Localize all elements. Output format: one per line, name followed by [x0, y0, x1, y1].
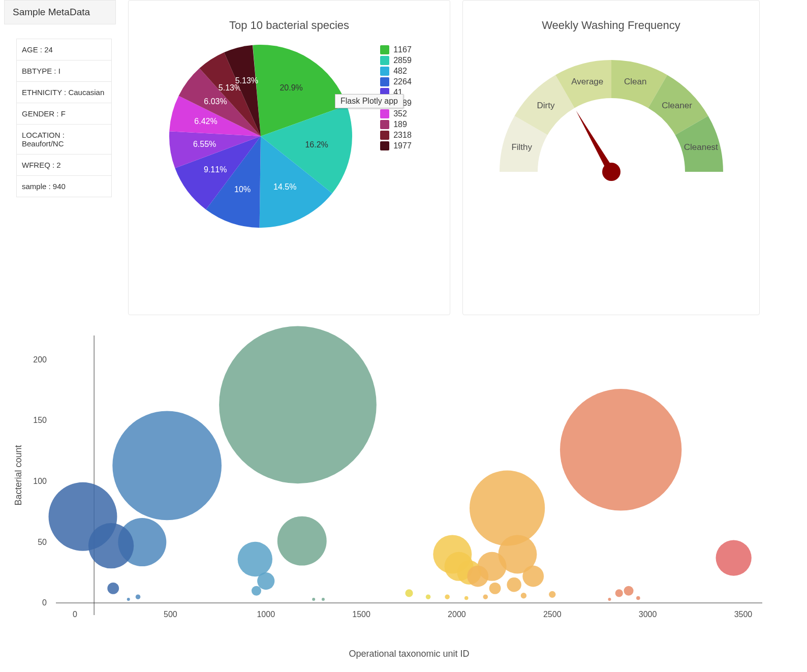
gauge-hub [602, 163, 620, 181]
gauge-band-label: Cleaner [662, 101, 692, 110]
legend-item[interactable]: 2318 [380, 131, 412, 140]
bubble-point[interactable] [405, 589, 413, 597]
metadata-item: ETHNICITY : Caucasian [17, 82, 111, 103]
legend-item[interactable]: 1977 [380, 141, 412, 150]
legend-item[interactable]: 352 [380, 109, 412, 118]
pie-chart-title: Top 10 bacterial species [135, 19, 444, 32]
legend-label: 189 [393, 120, 407, 129]
gauge-chart[interactable]: FilthyDirtyAverageCleanCleanerCleanest [479, 52, 743, 195]
pie-slice-label: 20.9% [280, 83, 303, 92]
y-tick-label: 0 [42, 598, 47, 607]
x-tick-label: 2500 [543, 610, 562, 619]
bubble-point[interactable] [624, 586, 634, 596]
legend-item[interactable]: 482 [380, 67, 412, 76]
legend-swatch [380, 45, 389, 54]
bubble-point[interactable] [107, 583, 119, 594]
y-axis-label: Bacterial count [13, 445, 23, 505]
legend-label: 2859 [393, 56, 412, 65]
bubble-point[interactable] [257, 572, 274, 590]
metadata-item: AGE : 24 [17, 39, 111, 60]
bubble-point[interactable] [489, 583, 501, 594]
y-tick-label: 100 [33, 477, 47, 485]
bubble-point[interactable] [483, 594, 488, 599]
bubble-point[interactable] [549, 591, 555, 598]
legend-item[interactable]: 2264 [380, 77, 412, 86]
bubble-point[interactable] [322, 598, 325, 601]
bubble-point[interactable] [277, 516, 327, 566]
bubble-point[interactable] [219, 326, 377, 483]
y-tick-label: 50 [38, 538, 47, 546]
bubble-point[interactable] [127, 598, 130, 601]
gauge-band-label: Cleanest [684, 142, 718, 152]
bubble-point[interactable] [522, 566, 544, 587]
pie-slice-label: 10% [234, 185, 251, 194]
legend-label: 482 [393, 67, 407, 76]
x-tick-label: 3000 [639, 610, 657, 619]
bubble-point[interactable] [560, 389, 681, 510]
bubble-point[interactable] [112, 411, 222, 521]
pie-chart[interactable]: 20.9%16.2%14.5%10%9.11%6.55%6.42%6.03%5.… [167, 37, 370, 240]
pie-slice-label: 14.5% [273, 182, 296, 191]
legend-label: 1167 [393, 45, 412, 54]
metadata-item: GENDER : F [17, 103, 111, 125]
legend-swatch [380, 131, 389, 140]
bubble-point[interactable] [238, 542, 272, 576]
gauge-band-label: Filthy [511, 142, 532, 152]
metadata-item: sample : 940 [17, 176, 111, 197]
pie-slice-label: 16.2% [305, 140, 328, 149]
metadata-item: LOCATION : Beaufort/NC [17, 125, 111, 155]
x-axis-label: Operational taxonomic unit ID [349, 649, 469, 659]
gauge-band-label: Average [571, 77, 603, 86]
pie-slice-label: 6.55% [193, 140, 216, 148]
pie-slice-label: 9.11% [204, 165, 227, 174]
legend-label: 1977 [393, 141, 412, 150]
x-tick-label: 0 [73, 610, 77, 619]
legend-swatch [380, 67, 389, 76]
legend-label: 352 [393, 109, 407, 118]
bubble-point[interactable] [136, 594, 141, 599]
legend-swatch [380, 141, 389, 150]
bubble-point[interactable] [445, 594, 450, 599]
bubble-point[interactable] [426, 594, 431, 599]
gauge-chart-card: Weekly Washing Frequency FilthyDirtyAver… [462, 0, 760, 315]
legend-item[interactable]: 1167 [380, 45, 412, 54]
bubble-point[interactable] [464, 596, 469, 600]
bubble-point[interactable] [88, 523, 134, 568]
tooltip: Flask Plotly app [335, 94, 404, 108]
bubble-point[interactable] [608, 598, 611, 601]
x-tick-label: 1000 [257, 610, 275, 619]
gauge-band-label: Clean [624, 77, 646, 86]
metadata-header: Sample MetaData [4, 0, 116, 24]
bubble-point[interactable] [716, 540, 751, 575]
metadata-item: WFREQ : 2 [17, 155, 111, 176]
bubble-point[interactable] [615, 589, 623, 597]
x-tick-label: 1500 [352, 610, 370, 619]
metadata-panel: Sample MetaData AGE : 24BBTYPE : IETHNIC… [4, 0, 116, 315]
legend-swatch [380, 56, 389, 65]
bubble-point[interactable] [636, 596, 640, 600]
metadata-list: AGE : 24BBTYPE : IETHNICITY : CaucasianG… [16, 39, 112, 197]
bubble-point[interactable] [312, 598, 315, 601]
bubble-point[interactable] [507, 577, 521, 592]
bubble-chart[interactable]: 0500100015002000250030003500050100150200… [10, 320, 793, 666]
legend-label: 2264 [393, 77, 412, 86]
x-tick-label: 3500 [734, 610, 753, 619]
gauge-chart-title: Weekly Washing Frequency [469, 19, 753, 32]
bubble-point[interactable] [470, 470, 545, 545]
pie-slice-label: 6.42% [195, 117, 218, 126]
bubble-point[interactable] [252, 586, 261, 596]
bubble-point[interactable] [521, 593, 526, 598]
legend-label: 2318 [393, 131, 412, 140]
legend-swatch [380, 120, 389, 129]
metadata-item: BBTYPE : I [17, 60, 111, 82]
bubble-chart-panel: 0500100015002000250030003500050100150200… [0, 320, 807, 668]
x-tick-label: 2000 [448, 610, 466, 619]
gauge-band-label: Dirty [537, 101, 554, 110]
legend-item[interactable]: 189 [380, 120, 412, 129]
legend-item[interactable]: 2859 [380, 56, 412, 65]
legend-swatch [380, 77, 389, 86]
pie-chart-card: Top 10 bacterial species 20.9%16.2%14.5%… [128, 0, 450, 315]
y-tick-label: 150 [33, 416, 47, 424]
legend-swatch [380, 109, 389, 118]
bubble-point[interactable] [467, 566, 488, 587]
